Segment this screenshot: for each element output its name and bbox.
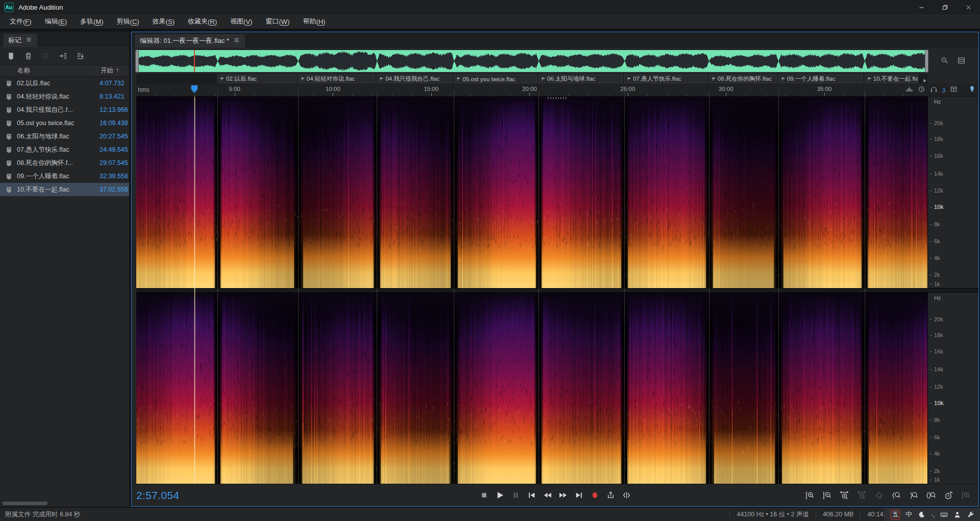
zoom-to-out-point-button[interactable] bbox=[906, 489, 920, 502]
editor-panel-tab[interactable]: 编辑器: 01.一夜一夜一夜.flac * bbox=[135, 34, 245, 48]
zoom-in-time-button[interactable] bbox=[837, 489, 851, 502]
marker-tab[interactable]: 04.我只怪我自己.flac bbox=[377, 75, 452, 83]
rewind-button[interactable] bbox=[540, 488, 555, 502]
skip-to-start-button[interactable] bbox=[524, 488, 539, 502]
playhead-timer-button[interactable] bbox=[941, 489, 955, 502]
app-logo-icon: Au bbox=[4, 3, 14, 12]
column-header-name[interactable]: 名称 bbox=[0, 65, 96, 76]
close-button[interactable] bbox=[957, 0, 980, 14]
ruler-minor-tick bbox=[510, 94, 510, 96]
time-display[interactable]: 2:57.054 bbox=[136, 489, 179, 502]
marker-name: 04.我只怪我自己.f... bbox=[17, 106, 95, 114]
ruler-tick bbox=[431, 93, 432, 96]
channel-divider[interactable] bbox=[136, 288, 978, 293]
zoom-to-selection-button[interactable] bbox=[924, 489, 938, 502]
zoom-out-amplitude-button[interactable] bbox=[820, 489, 834, 502]
zoom-in-amplitude-button[interactable] bbox=[802, 489, 816, 502]
freq-label: 1k bbox=[934, 281, 940, 287]
ruler-tick bbox=[628, 93, 628, 96]
play-button[interactable] bbox=[493, 488, 507, 502]
level-meter-icon[interactable] bbox=[905, 85, 913, 95]
zoom-out-overview-icon[interactable] bbox=[940, 56, 949, 65]
spectrogram-left-channel-canvas[interactable] bbox=[136, 97, 927, 288]
ime-wrench-icon[interactable] bbox=[967, 511, 974, 518]
overview-left-handle[interactable] bbox=[135, 50, 139, 73]
fast-forward-button[interactable] bbox=[556, 488, 571, 502]
ruler-unit-label[interactable]: hms bbox=[138, 86, 150, 93]
marker-row[interactable]: 10.不要在一起.flac37:02.558 bbox=[0, 183, 129, 196]
menu-v[interactable]: 视图(V) bbox=[224, 14, 259, 29]
marker-row[interactable]: 04.轻轻对你说.flac8:13.421 bbox=[0, 90, 129, 103]
ime-wubi[interactable]: 五 bbox=[891, 510, 900, 519]
divider-grip[interactable] bbox=[548, 97, 567, 99]
markers-hscrollbar[interactable] bbox=[3, 502, 47, 505]
freq-label: 10k bbox=[934, 400, 944, 406]
menu-m[interactable]: 多轨(M) bbox=[74, 14, 110, 29]
marker-tab[interactable]: 02.以后.flac bbox=[217, 75, 297, 83]
menu-r[interactable]: 收藏夹(R) bbox=[181, 14, 224, 29]
marker-tab[interactable]: 07.愚人节快乐.flac bbox=[624, 75, 707, 83]
ime-chinese[interactable]: 中 bbox=[905, 510, 912, 519]
loop-playback-button[interactable] bbox=[603, 488, 618, 502]
panel-menu-icon[interactable] bbox=[233, 37, 240, 45]
markers-panel-tab[interactable]: 标记 bbox=[3, 34, 37, 47]
ime-punctuation[interactable]: ·, bbox=[931, 511, 935, 518]
delete-marker-button[interactable] bbox=[24, 52, 33, 60]
marker-tab[interactable]: 08.死在你的胸怀.flac bbox=[709, 75, 777, 83]
playhead-handle[interactable] bbox=[191, 85, 198, 93]
file-size[interactable]: 406.20 MB bbox=[823, 511, 853, 518]
clock-icon[interactable] bbox=[918, 85, 925, 95]
spectrogram-area[interactable]: Hz20k18k16k14k12k10k8k6k4k2k1k Hz20k18k1… bbox=[136, 97, 978, 484]
ime-user-icon[interactable] bbox=[953, 511, 961, 518]
skip-to-end-button[interactable] bbox=[572, 488, 586, 502]
minimize-button[interactable] bbox=[910, 0, 933, 14]
stop-button[interactable] bbox=[477, 488, 492, 502]
marker-row[interactable]: 09.一个人睡着.flac32:39.558 bbox=[0, 170, 129, 183]
marker-tab[interactable]: 05.ost you twice.flac bbox=[454, 75, 537, 83]
marker-row[interactable]: 06.太阳与地球.flac20:27.545 bbox=[0, 130, 129, 143]
sample-format-info[interactable]: 44100 Hz • 16 位 • 2 声道 bbox=[737, 510, 808, 519]
menu-f[interactable]: 文件(F) bbox=[3, 14, 38, 29]
marker-row[interactable]: 02.以后.flac4:07.732 bbox=[0, 77, 129, 90]
ruler-timeline[interactable]: hms 5:0010:0015:0020:0025:0030:0035:00 bbox=[136, 84, 927, 96]
overview-waveform-canvas[interactable] bbox=[136, 50, 927, 72]
marker-row[interactable]: 08.死在你的胸怀.f...29:07.545 bbox=[0, 156, 129, 170]
menu-w[interactable]: 窗口(W) bbox=[259, 14, 296, 29]
ime-keyboard-icon[interactable] bbox=[940, 511, 948, 518]
marker-row[interactable]: 04.我只怪我自己.f...12:13.966 bbox=[0, 103, 129, 116]
spectrogram-right-channel-canvas[interactable] bbox=[136, 293, 927, 484]
add-marker-button[interactable] bbox=[7, 52, 15, 60]
zoom-amplitude-full-button bbox=[959, 489, 972, 502]
menu-s[interactable]: 效果(S) bbox=[146, 14, 181, 29]
editor-layout-icon[interactable] bbox=[957, 56, 966, 65]
monitor-headphones-icon[interactable] bbox=[930, 85, 938, 95]
marker-row[interactable]: 07.愚人节快乐.flac24:49.545 bbox=[0, 143, 129, 156]
waveform-overview[interactable] bbox=[136, 50, 927, 72]
marker-row[interactable]: 05.ost you twice.flac16:09.438 bbox=[0, 116, 129, 130]
ime-moon-icon[interactable] bbox=[918, 511, 925, 518]
column-header-start-label: 开始 bbox=[101, 66, 113, 75]
freq-label: 2k bbox=[934, 272, 940, 278]
ruler-minor-tick bbox=[313, 94, 314, 96]
menu-c[interactable]: 剪辑(C) bbox=[110, 14, 146, 29]
marker-tab[interactable]: 09.一个人睡着.flac bbox=[778, 75, 863, 83]
menu-e[interactable]: 编辑(E) bbox=[38, 14, 74, 29]
pin-icon[interactable] bbox=[968, 85, 976, 95]
insert-into-playlist-button[interactable] bbox=[59, 52, 67, 60]
overview-right-handle[interactable] bbox=[925, 50, 928, 73]
marker-tab[interactable]: 10.不要在一起.flac bbox=[865, 75, 918, 83]
menu-h[interactable]: 帮助(H) bbox=[296, 14, 332, 29]
record-button[interactable] bbox=[587, 488, 602, 502]
ruler-marker-line bbox=[298, 90, 299, 96]
zoom-to-in-point-button[interactable] bbox=[889, 489, 903, 502]
panel-menu-icon[interactable] bbox=[26, 36, 32, 44]
panel-grid-icon[interactable] bbox=[950, 85, 958, 95]
column-header-start[interactable]: 开始 bbox=[96, 66, 129, 75]
timeline-ruler[interactable]: hms 5:0010:0015:0020:0025:0030:0035:00 3 bbox=[136, 84, 978, 97]
marker-tab[interactable]: 04.轻轻对你说.flac bbox=[298, 75, 375, 83]
export-markers-button[interactable] bbox=[76, 52, 85, 60]
maximize-button[interactable] bbox=[933, 0, 957, 14]
marker-tab[interactable]: 06.太阳与地球.flac bbox=[538, 75, 623, 83]
skip-selection-button[interactable] bbox=[619, 488, 634, 502]
ruler-minor-tick bbox=[372, 94, 373, 96]
